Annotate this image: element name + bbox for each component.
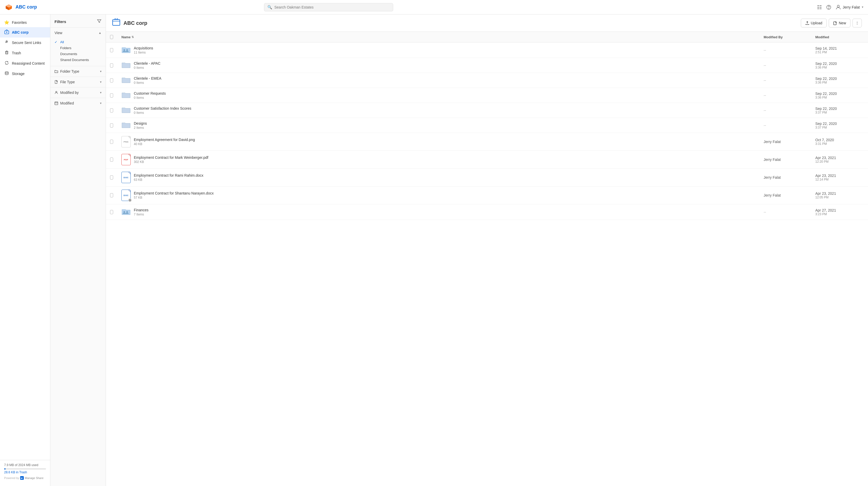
modified-by-dash: -- — [764, 48, 766, 52]
row-modified: Apr 23, 2021 12:05 PM — [811, 187, 868, 204]
table-row[interactable]: PNG Employment Agreement for David.png 4… — [106, 133, 868, 151]
modified-date: Sep 22, 2020 — [815, 121, 837, 126]
col-name[interactable]: Name ⇅ — [117, 32, 760, 42]
table-row[interactable]: Customer Requests 0 Items -- Sep 22, 202… — [106, 88, 868, 103]
row-modified-by: -- — [760, 204, 811, 220]
svg-rect-2 — [817, 5, 819, 6]
file-name: Customer Satisfaction Index Scores — [134, 106, 191, 110]
table-row[interactable]: Clientele - APAC 0 Items -- Sep 22, 2020… — [106, 58, 868, 73]
row-checkbox[interactable] — [110, 158, 113, 162]
select-all-checkbox[interactable] — [110, 35, 113, 39]
search-bar[interactable]: 🔍 — [264, 3, 393, 11]
col-modified-label: Modified — [815, 35, 829, 39]
file-sub: 302 KB — [134, 160, 208, 164]
row-modified: Sep 22, 2020 3:36 PM — [811, 88, 868, 103]
search-input[interactable] — [274, 5, 390, 9]
row-checkbox[interactable] — [110, 123, 113, 127]
trash-size-link[interactable]: 28.6 KB in Trash — [4, 470, 27, 474]
table-row[interactable]: Designs 2 Items -- Sep 22, 2020 3:37 PM — [106, 118, 868, 133]
modified-date: Sep 22, 2020 — [815, 62, 837, 66]
col-modified-by[interactable]: Modified By — [760, 32, 811, 42]
filter-option-folders[interactable]: ✓ Folders — [55, 45, 101, 51]
filter-shared-documents-label: Shared Documents — [60, 58, 89, 62]
row-modified-by: -- — [760, 118, 811, 133]
folder-plain-icon — [121, 91, 131, 99]
filter-view-header[interactable]: View ▲ — [51, 28, 106, 38]
row-checkbox[interactable] — [110, 175, 113, 179]
row-select — [106, 42, 117, 58]
upload-button[interactable]: Upload — [801, 19, 827, 27]
filter-option-shared-documents[interactable]: ✓ Shared Documents — [55, 57, 101, 63]
sidebar-item-abc-corp[interactable]: ABC corp — [0, 27, 50, 37]
sidebar: ⭐ Favorites ABC corp Secure Sent Links T… — [0, 15, 51, 486]
row-modified: Sep 14, 2021 2:51 PM — [811, 42, 868, 58]
svg-rect-13 — [6, 52, 8, 54]
row-modified-by: -- — [760, 42, 811, 58]
row-checkbox[interactable] — [110, 93, 113, 97]
file-sub: 0 Items — [134, 66, 160, 69]
file-info: Designs 2 Items — [134, 121, 147, 130]
svg-point-10 — [837, 5, 839, 7]
row-modified-by: Jerry Falat — [760, 169, 811, 186]
table-row[interactable]: Acquisitions 11 Items -- Sep 14, 2021 2:… — [106, 42, 868, 58]
modified-info: Apr 27, 2021 3:23 PM — [815, 208, 836, 216]
sidebar-item-trash[interactable]: Trash — [0, 48, 50, 58]
row-checkbox[interactable] — [110, 48, 113, 52]
table-row[interactable]: Finances 7 Items -- Apr 27, 2021 3:23 PM — [106, 204, 868, 220]
file-name: Finances — [134, 208, 149, 212]
col-modified-by-label: Modified By — [764, 35, 783, 39]
row-checkbox[interactable] — [110, 78, 113, 83]
new-label: New — [839, 21, 846, 25]
table-row[interactable]: Clientele - EMEA 0 Items -- Sep 22, 2020… — [106, 73, 868, 88]
user-menu-button[interactable]: Jerry Falat ▼ — [835, 4, 864, 10]
modified-date: Sep 22, 2020 — [815, 107, 837, 111]
svg-rect-12 — [6, 32, 7, 33]
row-checkbox[interactable] — [110, 140, 113, 144]
table-row[interactable]: DOC Employment Contract for Shantanu Nar… — [106, 187, 868, 204]
filter-folder-type-header[interactable]: Folder Type ▾ — [51, 66, 106, 77]
row-checkbox[interactable] — [110, 210, 113, 214]
table-row[interactable]: PDF Employment Contract for Mark Weinber… — [106, 151, 868, 169]
filter-modified-by-header[interactable]: Modified by ▾ — [51, 87, 106, 98]
file-table: Name ⇅ Modified By Modified — [106, 32, 868, 486]
row-checkbox[interactable] — [110, 63, 113, 67]
modified-date: Apr 23, 2021 — [815, 192, 836, 196]
list-view-button[interactable] — [817, 5, 822, 10]
table-row[interactable]: DOC Employment Contract for Rami Rahim.d… — [106, 169, 868, 187]
row-checkbox[interactable] — [110, 108, 113, 113]
filter-file-type-header[interactable]: File Type ▾ — [51, 77, 106, 87]
sort-icon: ⇅ — [131, 35, 134, 39]
more-actions-button[interactable]: ⋮ — [852, 19, 862, 27]
modified-info: Sep 22, 2020 3:37 PM — [815, 107, 837, 114]
sidebar-item-secure-sent-links[interactable]: Secure Sent Links — [0, 37, 50, 48]
svg-rect-19 — [55, 81, 57, 84]
file-sub: 0 Items — [134, 81, 161, 85]
filter-modified-header[interactable]: Modified ▾ — [51, 98, 106, 108]
row-checkbox[interactable] — [110, 193, 113, 197]
sidebar-item-reassigned-content[interactable]: Reassigned Content — [0, 58, 50, 68]
modified-info: Oct 7, 2020 3:31 PM — [815, 138, 834, 146]
png-file-icon: PNG — [121, 136, 131, 147]
filter-option-all[interactable]: ✓ All — [55, 39, 101, 45]
table-row[interactable]: Customer Satisfaction Index Scores 0 Ite… — [106, 103, 868, 118]
sidebar-item-favorites[interactable]: ⭐ Favorites — [0, 18, 50, 27]
filter-modified-by-label: Modified by — [55, 90, 79, 95]
modified-by-text: Jerry Falat — [764, 193, 781, 197]
sidebar-item-storage[interactable]: Storage — [0, 68, 50, 79]
row-modified: Apr 23, 2021 12:14 PM — [811, 169, 868, 186]
help-button[interactable] — [826, 5, 831, 10]
svg-rect-7 — [820, 8, 822, 9]
file-info: Employment Contract for Rami Rahim.docx … — [134, 173, 203, 181]
filter-option-documents[interactable]: ✓ Documents — [55, 51, 101, 57]
col-modified[interactable]: Modified — [811, 32, 868, 42]
modified-by-text: Jerry Falat — [764, 158, 781, 162]
reassigned-content-icon — [4, 60, 9, 66]
modified-time: 12:20 PM — [815, 160, 836, 164]
sidebar-storage-info: 7.9 MB of 2024 MB used 28.6 KB in Trash … — [0, 460, 50, 483]
modified-date: Sep 22, 2020 — [815, 77, 837, 81]
new-button[interactable]: New — [829, 19, 850, 27]
row-name-cell: Clientele - APAC 0 Items — [117, 58, 760, 73]
row-modified-by: -- — [760, 58, 811, 73]
folder-plain-icon — [121, 121, 131, 130]
filter-funnel-icon[interactable] — [97, 19, 101, 24]
